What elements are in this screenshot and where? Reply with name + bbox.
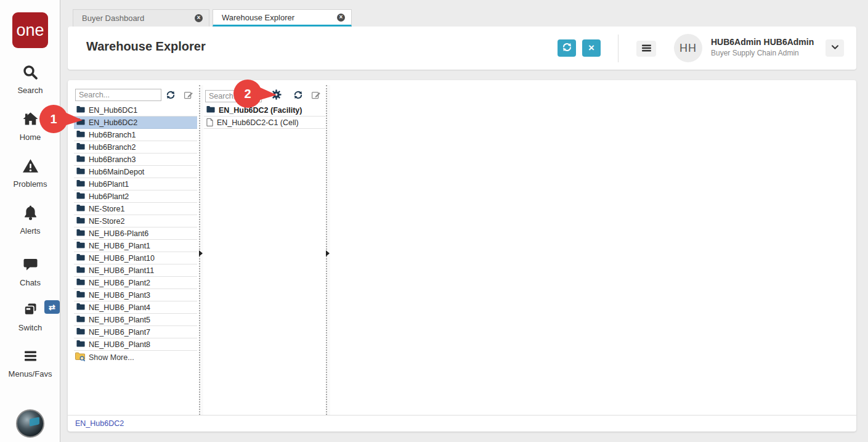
tree-item[interactable]: NE_HUB6-Plant6 xyxy=(74,227,197,240)
show-more-button[interactable]: Show More... xyxy=(74,351,197,364)
header-divider xyxy=(618,35,619,62)
file-icon xyxy=(206,118,213,126)
folder-icon xyxy=(76,142,85,152)
tree-item-label: Hub6Branch1 xyxy=(89,131,136,139)
tree-item[interactable]: EN_Hub6DC1 xyxy=(74,104,197,117)
chevron-down-icon xyxy=(830,43,840,54)
user-info[interactable]: HUB6Admin HUB6Admin Buyer Supply Chain A… xyxy=(711,37,814,57)
sidebar-item-search[interactable]: Search xyxy=(0,64,60,96)
folder-icon xyxy=(76,303,85,312)
switch-badge-icon[interactable]: ⇄ xyxy=(44,300,60,314)
tree-item-label: NE_HUB6_Plant7 xyxy=(89,328,150,337)
sidebar-label: Chats xyxy=(20,278,41,287)
tree-item[interactable]: EN_Hub6DC2-C1 (Cell) xyxy=(204,117,325,129)
hamburger-icon xyxy=(641,44,652,54)
collapse-arrow-icon[interactable] xyxy=(199,250,203,256)
tab-buyer-dashboard[interactable]: Buyer Dashboard × xyxy=(73,9,209,27)
tree-item[interactable]: NE_HUB6_Plant8 xyxy=(74,338,197,351)
tree-item[interactable]: EN_Hub6DC2 (Facility) xyxy=(204,104,325,117)
sidebar-label: Menus/Favs xyxy=(9,369,52,379)
tree-item[interactable]: Hub6Branch2 xyxy=(74,141,197,153)
neo-assistant-icon[interactable] xyxy=(16,409,44,438)
tab-label: Buyer Dashboard xyxy=(82,14,144,23)
folder-icon xyxy=(76,192,85,201)
sidebar-item-menus-favs[interactable]: Menus/Favs xyxy=(0,348,60,379)
tree-item[interactable]: Hub6Branch3 xyxy=(74,153,197,166)
tree-item[interactable]: NE_HUB6_Plant4 xyxy=(74,301,197,314)
sidebar-item-alerts[interactable]: Alerts xyxy=(0,205,60,236)
avatar-initials: HH xyxy=(679,42,697,55)
search-icon xyxy=(0,64,60,83)
user-name: HUB6Admin HUB6Admin xyxy=(711,37,814,47)
tree-item[interactable]: NE_HUB6_Plant1 xyxy=(74,240,197,252)
folder-icon xyxy=(76,241,85,250)
folder-icon xyxy=(76,327,85,337)
tree-item[interactable]: NE_HUB6_Plant5 xyxy=(74,314,197,326)
folder-icon xyxy=(76,266,85,275)
tree2-edit-icon[interactable] xyxy=(310,89,322,100)
folder-search-icon xyxy=(75,352,86,364)
panel-splitter[interactable] xyxy=(199,85,203,415)
warning-triangle-icon xyxy=(0,158,60,177)
tree-item-label: EN_Hub6DC1 xyxy=(89,106,137,115)
folder-icon xyxy=(76,155,85,164)
folder-icon xyxy=(76,315,85,324)
tab-warehouse-explorer[interactable]: Warehouse Explorer × xyxy=(213,9,352,27)
tree-item-label: Hub6Branch3 xyxy=(89,155,136,164)
one-network-logo: one xyxy=(12,12,48,48)
user-role: Buyer Supply Chain Admin xyxy=(711,49,814,57)
close-icon: × xyxy=(588,42,594,54)
warehouse-explorer-panel: EN_Hub6DC1 EN_Hub6DC2 Hub6Branch1 Hub6Br… xyxy=(68,80,856,432)
tree-item[interactable]: NE_HUB6_Plant11 xyxy=(74,264,197,277)
user-avatar[interactable]: HH xyxy=(674,34,702,62)
menu-bars-icon xyxy=(0,348,60,367)
tree-item-label: NE_HUB6_Plant2 xyxy=(89,279,150,287)
tree-item[interactable]: NE_HUB6_Plant2 xyxy=(74,277,197,289)
selected-node-link[interactable]: EN_Hub6DC2 xyxy=(75,419,124,428)
page-title: Warehouse Explorer xyxy=(86,39,206,54)
tree-item-label: NE_HUB6_Plant11 xyxy=(89,266,154,275)
tab-close-icon[interactable]: × xyxy=(195,14,203,22)
close-screen-button[interactable]: × xyxy=(582,39,601,57)
tab-close-icon[interactable]: × xyxy=(337,14,345,22)
tree-item[interactable]: NE_HUB6_Plant3 xyxy=(74,289,197,301)
folder-icon xyxy=(76,278,85,287)
tree-item-label: NE-Store1 xyxy=(89,205,124,213)
tree-item-label: NE_HUB6_Plant8 xyxy=(89,340,150,349)
tree-item[interactable]: EN_Hub6DC2 xyxy=(74,117,197,129)
tree-item[interactable]: NE_HUB6_Plant7 xyxy=(74,326,197,338)
sidebar-item-problems[interactable]: Problems xyxy=(0,158,60,189)
collapse-arrow-icon[interactable] xyxy=(326,250,330,256)
tree-item[interactable]: Hub6Plant1 xyxy=(74,178,197,190)
refresh-icon xyxy=(562,42,572,54)
user-menu-button[interactable] xyxy=(825,39,844,57)
refresh-screen-button[interactable] xyxy=(558,39,576,57)
tree1-edit-icon[interactable] xyxy=(183,89,194,100)
annotation-badge-2: 2 xyxy=(233,80,262,108)
annotation-number: 1 xyxy=(50,112,57,126)
tab-label: Warehouse Explorer xyxy=(222,13,294,22)
tree-item[interactable]: NE-Store1 xyxy=(74,203,197,215)
tree-item[interactable]: Hub6Branch1 xyxy=(74,129,197,141)
folder-icon xyxy=(76,290,85,300)
folder-icon xyxy=(76,216,85,226)
sidebar-label: Switch xyxy=(18,323,42,332)
tree-item-label: NE_HUB6_Plant5 xyxy=(89,316,150,324)
header-menu-button[interactable] xyxy=(636,41,656,57)
tree-item[interactable]: NE_HUB6_Plant10 xyxy=(74,252,197,264)
annotation-number: 2 xyxy=(244,87,251,101)
sidebar-item-chats[interactable]: Chats xyxy=(0,256,60,288)
folder-icon xyxy=(76,167,85,176)
tree1-refresh-icon[interactable] xyxy=(165,89,176,100)
tree1-search-input[interactable] xyxy=(75,89,161,101)
sidebar-label: Alerts xyxy=(20,226,40,235)
tree-item[interactable]: Hub6MainDepot xyxy=(74,166,197,178)
tree-item[interactable]: Hub6Plant2 xyxy=(74,190,197,203)
folder-icon xyxy=(76,229,85,238)
folder-icon xyxy=(206,105,215,115)
tree2-refresh-icon[interactable] xyxy=(293,89,304,100)
panel-splitter[interactable] xyxy=(326,85,330,415)
annotation-badge-1: 1 xyxy=(39,105,68,133)
tree-item[interactable]: NE-Store2 xyxy=(74,215,197,227)
tree2-list: EN_Hub6DC2 (Facility) EN_Hub6DC2-C1 (Cel… xyxy=(204,104,325,129)
